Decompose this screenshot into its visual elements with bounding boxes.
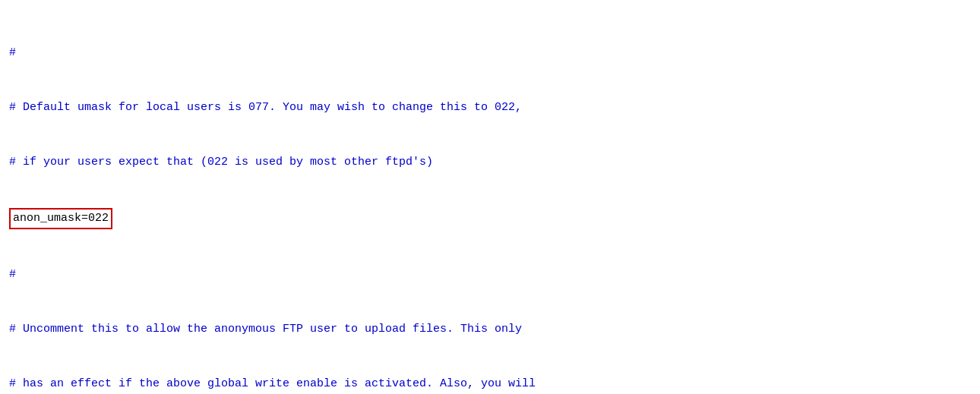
line-3: # if your users expect that (022 is used…: [9, 153, 971, 172]
line-4: anon_umask=022: [9, 208, 971, 229]
line-6: # Uncomment this to allow the anonymous …: [9, 320, 971, 339]
line-5: #: [9, 266, 971, 284]
line-1: #: [9, 44, 971, 62]
code-content: # # Default umask for local users is 077…: [9, 8, 971, 394]
anon-umask-box: anon_umask=022: [9, 208, 112, 229]
line-2: # Default umask for local users is 077. …: [9, 99, 971, 117]
line-7: # has an effect if the above global writ…: [9, 375, 971, 393]
